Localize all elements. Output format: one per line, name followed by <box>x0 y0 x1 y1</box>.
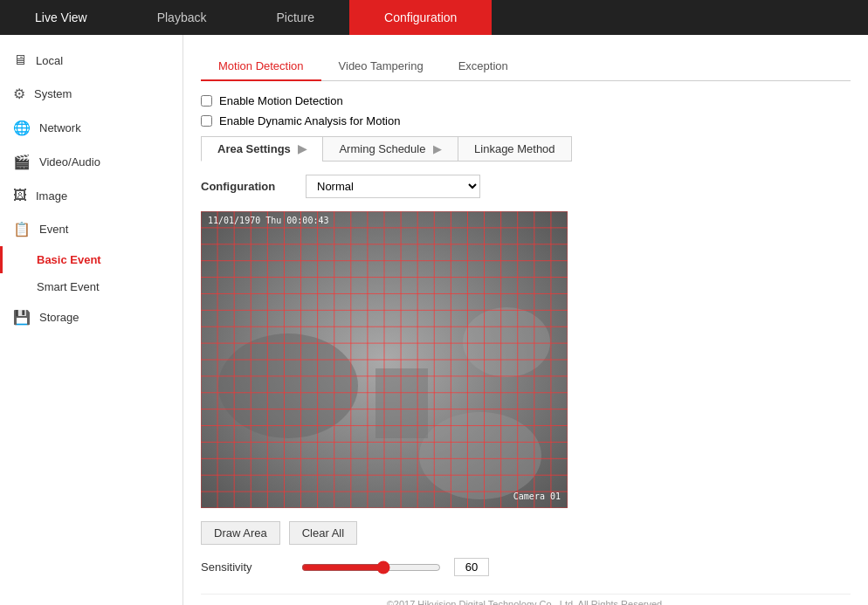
nav-configuration[interactable]: Configuration <box>349 0 492 35</box>
top-navigation: Live View Playback Picture Configuration <box>0 0 868 35</box>
sub-tab-linkage-method[interactable]: Linkage Method <box>458 136 572 162</box>
sidebar-item-local[interactable]: 🖥 Local <box>0 44 183 77</box>
sidebar-item-event[interactable]: 📋 Event <box>0 212 183 246</box>
svg-point-3 <box>463 307 550 377</box>
enable-motion-label: Enable Motion Detection <box>219 94 343 107</box>
configuration-select[interactable]: Normal Expert <box>306 175 480 198</box>
tab-video-tampering[interactable]: Video Tampering <box>321 52 441 81</box>
sidebar-item-network[interactable]: 🌐 Network <box>0 111 183 145</box>
videoaudio-icon: 🎬 <box>13 154 31 170</box>
footer: ©2017 Hikvision Digital Technology Co., … <box>201 594 851 605</box>
content-area: Motion Detection Video Tampering Excepti… <box>183 35 868 605</box>
sidebar: 🖥 Local ⚙ System 🌐 Network 🎬 Video/Audio… <box>0 35 183 605</box>
tab-exception[interactable]: Exception <box>441 52 526 81</box>
enable-dynamic-checkbox[interactable] <box>201 115 212 127</box>
camera-timestamp: 11/01/1970 Thu 00:00:43 <box>208 216 328 225</box>
main-layout: 🖥 Local ⚙ System 🌐 Network 🎬 Video/Audio… <box>0 35 868 605</box>
main-tabs: Motion Detection Video Tampering Excepti… <box>201 52 851 81</box>
configuration-label: Configuration <box>201 180 306 193</box>
sensitivity-value-input[interactable] <box>454 558 489 576</box>
button-row: Draw Area Clear All <box>201 521 851 545</box>
svg-point-2 <box>419 412 541 499</box>
system-icon: ⚙ <box>13 86 25 102</box>
sub-tab-arming-schedule[interactable]: Arming Schedule ▶ <box>322 136 458 162</box>
draw-area-button[interactable]: Draw Area <box>201 521 280 545</box>
local-icon: 🖥 <box>13 52 27 68</box>
nav-picture[interactable]: Picture <box>241 0 349 35</box>
sidebar-item-videoaudio[interactable]: 🎬 Video/Audio <box>0 145 183 179</box>
camera-label: Camera 01 <box>513 492 561 501</box>
svg-point-1 <box>218 333 358 438</box>
sub-tab-area-settings[interactable]: Area Settings ▶ <box>201 136 322 162</box>
enable-motion-row: Enable Motion Detection <box>201 94 851 107</box>
sensitivity-label: Sensitivity <box>201 560 288 574</box>
storage-icon: 💾 <box>13 309 31 326</box>
svg-rect-4 <box>375 368 428 438</box>
nav-playback[interactable]: Playback <box>122 0 242 35</box>
enable-dynamic-label: Enable Dynamic Analysis for Motion <box>219 114 400 127</box>
sidebar-item-image[interactable]: 🖼 Image <box>0 179 183 212</box>
sidebar-item-system[interactable]: ⚙ System <box>0 77 183 111</box>
enable-motion-checkbox[interactable] <box>201 95 212 107</box>
sidebar-sub-item-smart-event[interactable]: Smart Event <box>0 273 183 300</box>
arming-schedule-arrow: ▶ <box>433 142 442 155</box>
enable-dynamic-row: Enable Dynamic Analysis for Motion <box>201 114 851 127</box>
event-icon: 📋 <box>13 221 31 237</box>
sidebar-item-storage[interactable]: 💾 Storage <box>0 300 183 334</box>
image-icon: 🖼 <box>13 188 27 203</box>
configuration-row: Configuration Normal Expert <box>201 175 851 198</box>
sensitivity-slider[interactable] <box>301 560 441 574</box>
sub-tabs: Area Settings ▶ Arming Schedule ▶ Linkag… <box>201 136 851 162</box>
clear-all-button[interactable]: Clear All <box>289 521 357 545</box>
network-icon: 🌐 <box>13 120 31 136</box>
sidebar-sub-item-basic-event[interactable]: Basic Event <box>0 246 183 273</box>
motion-grid-container[interactable]: 11/01/1970 Thu 00:00:43 Camera 01 <box>201 211 568 508</box>
tab-motion-detection[interactable]: Motion Detection <box>201 52 321 81</box>
sensitivity-row: Sensitivity <box>201 558 851 576</box>
area-settings-arrow: ▶ <box>298 142 307 155</box>
nav-live-view[interactable]: Live View <box>0 0 122 35</box>
